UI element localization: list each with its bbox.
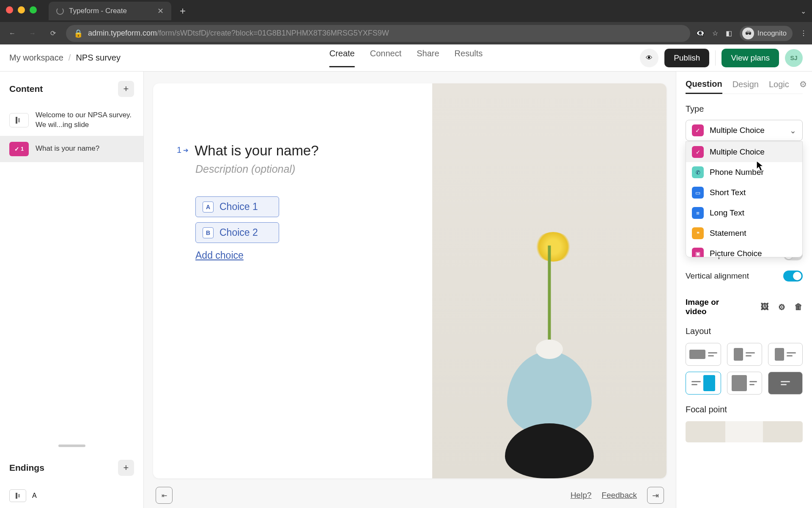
type-option-phone-number[interactable]: ✆ Phone Number — [686, 162, 802, 182]
tab-share[interactable]: Share — [417, 49, 439, 67]
type-option-multiple-choice[interactable]: ✓ Multiple Choice — [686, 142, 802, 162]
reload-button[interactable]: ⟳ — [46, 29, 60, 37]
avatar[interactable]: SJ — [785, 49, 803, 67]
bookmark-icon[interactable]: ☆ — [712, 29, 718, 37]
layout-options — [686, 343, 803, 395]
canvas-area: 1 ➔ What is your name? Description (opti… — [144, 72, 676, 508]
question-title-input[interactable]: What is your name? — [195, 143, 318, 159]
choice-b[interactable]: B Choice 2 — [195, 222, 279, 243]
chevron-down-icon: ⌄ — [790, 126, 796, 135]
short-text-icon: ▭ — [692, 187, 704, 199]
tab-design[interactable]: Design — [732, 80, 759, 89]
collapse-left-button[interactable]: ⇤ — [156, 487, 173, 504]
resize-handle[interactable] — [58, 444, 85, 447]
tab-title: Typeform - Create — [69, 7, 127, 15]
question-image-panel[interactable] — [432, 83, 667, 478]
choice-key: A — [203, 202, 214, 213]
breadcrumb-workspace[interactable]: My workspace — [9, 53, 63, 63]
content-item-welcome[interactable]: Welcome to our NPSA survey. We wil...ing… — [0, 105, 143, 136]
trash-icon[interactable]: 🗑 — [795, 302, 803, 312]
image-icon[interactable]: 🖼 — [761, 302, 769, 312]
type-option-picture-choice[interactable]: ▣ Picture Choice — [686, 243, 802, 257]
layout-option-5[interactable] — [727, 372, 762, 395]
choice-a[interactable]: A Choice 1 — [195, 196, 279, 217]
back-button[interactable]: ← — [5, 30, 19, 37]
app-header: My workspace / NPS survey Create Connect… — [0, 44, 812, 72]
choice-key: B — [203, 227, 214, 238]
phone-icon: ✆ — [692, 166, 704, 178]
add-ending-button[interactable]: + — [118, 460, 134, 476]
gear-icon[interactable]: ⚙ — [799, 79, 807, 89]
content-item-text: Welcome to our NPSA survey. We wil...ing… — [36, 110, 134, 130]
tab-results[interactable]: Results — [455, 49, 483, 67]
long-text-icon: ≡ — [692, 207, 704, 219]
type-option-long-text[interactable]: ≡ Long Text — [686, 203, 802, 223]
add-content-button[interactable]: + — [118, 81, 134, 97]
layout-option-2[interactable] — [727, 343, 762, 366]
divider — [715, 50, 716, 66]
tab-logic[interactable]: Logic — [769, 80, 789, 89]
breadcrumb: My workspace / NPS survey — [9, 53, 121, 63]
check-icon: ✓ — [692, 124, 704, 136]
window-zoom-icon[interactable] — [30, 6, 37, 14]
collapse-right-button[interactable]: ⇥ — [647, 487, 664, 504]
check-icon: ✓ — [692, 146, 704, 158]
view-plans-button[interactable]: View plans — [721, 49, 779, 67]
breadcrumb-separator: / — [69, 53, 71, 63]
help-link[interactable]: Help? — [571, 491, 592, 500]
new-tab-button[interactable]: + — [176, 5, 190, 17]
window-minimize-icon[interactable] — [18, 6, 25, 14]
kebab-menu-icon[interactable]: ⋮ — [800, 29, 807, 37]
type-option-label: Phone Number — [710, 168, 764, 177]
content-heading: Content — [9, 84, 43, 94]
close-tab-icon[interactable]: ✕ — [157, 6, 164, 16]
tabs-dropdown-icon[interactable]: ⌄ — [801, 7, 806, 15]
vertical-alignment-toggle[interactable] — [783, 271, 803, 282]
ending-item[interactable]: A — [0, 483, 143, 508]
preview-button[interactable]: 👁 — [640, 49, 658, 67]
type-label: Type — [686, 104, 803, 114]
tab-connect[interactable]: Connect — [370, 49, 402, 67]
sidebar-left: Content + Welcome to our NPSA survey. We… — [0, 72, 144, 508]
incognito-indicator[interactable]: 🕶 Incognito — [740, 26, 793, 41]
window-controls[interactable] — [6, 6, 37, 14]
content-item-question-1[interactable]: ✓ 1 What is your name? — [0, 136, 143, 162]
url-input[interactable]: 🔒 admin.typeform.com/form/sWDtsfDj/creat… — [66, 25, 690, 42]
type-option-short-text[interactable]: ▭ Short Text — [686, 182, 802, 203]
lock-icon: 🔒 — [74, 29, 83, 38]
canvas: 1 ➔ What is your name? Description (opti… — [153, 83, 667, 478]
layout-option-4[interactable] — [686, 372, 721, 395]
add-choice-link[interactable]: Add choice — [195, 250, 411, 261]
layout-option-6[interactable] — [768, 372, 803, 395]
browser-tab[interactable]: Typeform - Create ✕ — [49, 2, 171, 20]
type-option-statement[interactable]: ❝ Statement — [686, 223, 802, 243]
panel-icon[interactable]: ◧ — [726, 29, 732, 37]
feedback-link[interactable]: Feedback — [602, 491, 637, 500]
image-or-video-label: Image or video — [686, 298, 742, 316]
type-select[interactable]: ✓ Multiple Choice ⌄ ✓ Multiple Choice ✆ … — [686, 120, 803, 141]
forward-button: → — [25, 30, 40, 37]
publish-button[interactable]: Publish — [664, 49, 709, 67]
header-tabs: Create Connect Share Results — [329, 49, 483, 67]
question-number: 1 ➔ — [177, 143, 189, 155]
browser-chrome: Typeform - Create ✕ + ⌄ ← → ⟳ 🔒 admin.ty… — [0, 0, 812, 44]
main: Content + Welcome to our NPSA survey. We… — [0, 72, 812, 508]
setting-label: Vertical alignment — [686, 271, 749, 281]
question-description-input[interactable]: Description (optional) — [195, 163, 411, 175]
focal-point-preview[interactable] — [686, 421, 803, 442]
type-option-label: Short Text — [710, 188, 746, 197]
image-icon: ▣ — [692, 248, 704, 257]
multiple-choice-icon: ✓ 1 — [9, 142, 29, 156]
window-close-icon[interactable] — [6, 6, 13, 14]
tab-bar: Typeform - Create ✕ + ⌄ — [0, 0, 812, 22]
layout-option-3[interactable] — [768, 343, 803, 366]
breadcrumb-form-name[interactable]: NPS survey — [76, 53, 121, 63]
sliders-icon[interactable]: ⚙ — [778, 302, 785, 312]
tab-question[interactable]: Question — [686, 79, 722, 94]
layout-option-1[interactable] — [686, 343, 721, 366]
type-selected-value: Multiple Choice — [710, 126, 765, 135]
layout-label: Layout — [686, 326, 803, 336]
endings-heading: Endings — [9, 463, 44, 473]
tab-create[interactable]: Create — [329, 49, 355, 67]
eye-off-icon[interactable]: 👁️‍🗨️ — [696, 29, 705, 37]
